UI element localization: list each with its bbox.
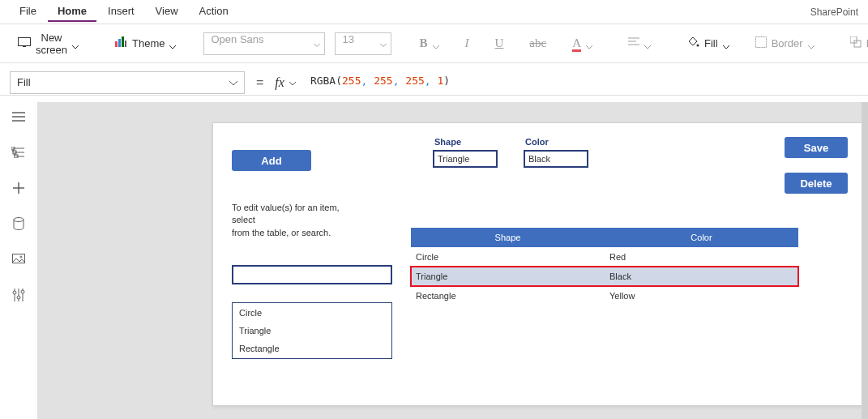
formula-close: ) (443, 75, 450, 87)
left-rail (0, 102, 38, 419)
svg-point-9 (697, 45, 699, 47)
paint-bucket-icon (686, 36, 699, 50)
data-table: Shape Color Circle Red Triangle Black Re… (411, 228, 798, 306)
reorder-button[interactable]: Reorde (842, 32, 868, 55)
ribbon: New screen Theme Open Sans 13 B I U abc … (0, 24, 868, 63)
chevron-down-icon (586, 41, 592, 47)
brand-label: SharePoint (810, 6, 858, 18)
list-item[interactable]: Circle (239, 308, 385, 318)
svg-rect-4 (122, 36, 124, 47)
table-cell: Rectangle (411, 291, 605, 301)
formula-arg: 255 (342, 75, 361, 87)
bold-icon: B (419, 36, 427, 50)
menu-file[interactable]: File (10, 2, 46, 22)
border-button[interactable]: Border (747, 32, 823, 55)
settings-icon[interactable] (11, 287, 27, 303)
formula-input[interactable]: RGBA(255, 255, 255, 1) (304, 71, 858, 94)
table-row[interactable]: Rectangle Yellow (411, 286, 798, 306)
chevron-down-icon (808, 41, 815, 47)
color-input[interactable] (524, 150, 588, 168)
chevron-down-icon (229, 76, 237, 88)
table-header-shape: Shape (411, 228, 605, 247)
table-cell: Yellow (605, 291, 798, 301)
screen-icon (18, 37, 31, 49)
svg-rect-10 (755, 37, 766, 48)
add-button[interactable]: Add (232, 150, 311, 171)
color-label: Color (524, 137, 588, 147)
table-header-color: Color (605, 228, 798, 247)
button-group: Save Delete (785, 137, 848, 194)
formula-arg: 255 (374, 75, 392, 87)
shape-field: Shape (433, 137, 498, 168)
svg-rect-0 (19, 38, 31, 46)
svg-rect-22 (13, 254, 25, 263)
table-row[interactable]: Circle Red (411, 247, 798, 267)
align-button[interactable] (620, 32, 659, 54)
underline-icon: U (495, 36, 504, 50)
align-icon (628, 37, 639, 49)
font-size-select[interactable]: 13 (335, 32, 391, 55)
table-cell: Circle (411, 252, 605, 262)
new-screen-label: New screen (36, 32, 67, 56)
list-item[interactable]: Triangle (239, 326, 385, 336)
table-row[interactable]: Triangle Black (411, 267, 798, 286)
canvas-page[interactable]: Add To edit value(s) for an item, select… (212, 122, 867, 406)
chevron-down-icon (72, 41, 79, 47)
formula-comma: , (393, 75, 406, 87)
chevron-down-icon (169, 41, 176, 47)
formula-comma: , (361, 75, 374, 87)
media-icon[interactable] (11, 251, 27, 267)
theme-label: Theme (132, 37, 165, 49)
tree-view-icon[interactable] (11, 144, 27, 160)
strike-button[interactable]: abc (521, 32, 554, 55)
formula-open: ( (336, 75, 342, 87)
equals-sign: = (253, 75, 267, 90)
scrollbar[interactable] (862, 102, 868, 419)
table-cell: Black (605, 271, 798, 281)
theme-button[interactable]: Theme (106, 32, 184, 55)
workspace: Add To edit value(s) for an item, select… (0, 102, 868, 419)
svg-point-27 (13, 291, 16, 294)
property-select[interactable]: Fill (10, 71, 245, 94)
svg-point-21 (14, 218, 24, 222)
font-size-value: 13 (335, 32, 391, 55)
menu-action[interactable]: Action (190, 2, 238, 22)
chevron-down-icon (289, 76, 296, 88)
listbox[interactable]: Circle Triangle Rectangle (232, 302, 392, 359)
svg-point-28 (17, 296, 20, 299)
svg-rect-3 (118, 39, 121, 47)
property-value: Fill (17, 76, 31, 88)
fx-button[interactable]: fx (275, 75, 296, 90)
list-item[interactable]: Rectangle (239, 344, 385, 353)
underline-button[interactable]: U (487, 32, 512, 55)
italic-icon: I (465, 36, 469, 50)
search-input[interactable] (232, 265, 392, 284)
canvas-area: Add To edit value(s) for an item, select… (38, 102, 868, 419)
add-icon[interactable] (11, 180, 27, 196)
table-cell: Red (605, 252, 798, 262)
palette-icon (114, 36, 127, 50)
help-text: To edit value(s) for an item, select fro… (232, 202, 361, 239)
data-icon[interactable] (11, 216, 27, 232)
app-header: File Home Insert View Action SharePoint (0, 0, 868, 24)
svg-rect-5 (125, 41, 126, 47)
save-button[interactable]: Save (785, 137, 848, 158)
font-color-button[interactable]: A (564, 32, 601, 55)
chevron-down-icon (644, 41, 651, 47)
font-select[interactable]: Open Sans (203, 32, 325, 55)
menu-view[interactable]: View (146, 2, 188, 22)
delete-button[interactable]: Delete (785, 173, 848, 194)
fill-label: Fill (704, 37, 718, 49)
menu-insert[interactable]: Insert (98, 2, 144, 22)
border-label: Border (772, 37, 803, 49)
shape-input[interactable] (433, 150, 498, 168)
italic-button[interactable]: I (457, 32, 477, 55)
bold-button[interactable]: B (411, 32, 447, 55)
svg-rect-1 (23, 46, 26, 47)
new-screen-button[interactable]: New screen (10, 27, 87, 61)
hamburger-icon[interactable] (11, 109, 27, 125)
formula-fn: RGBA (310, 75, 336, 87)
fill-button[interactable]: Fill (678, 32, 738, 55)
menu-home[interactable]: Home (48, 2, 96, 22)
svg-point-23 (20, 256, 22, 258)
